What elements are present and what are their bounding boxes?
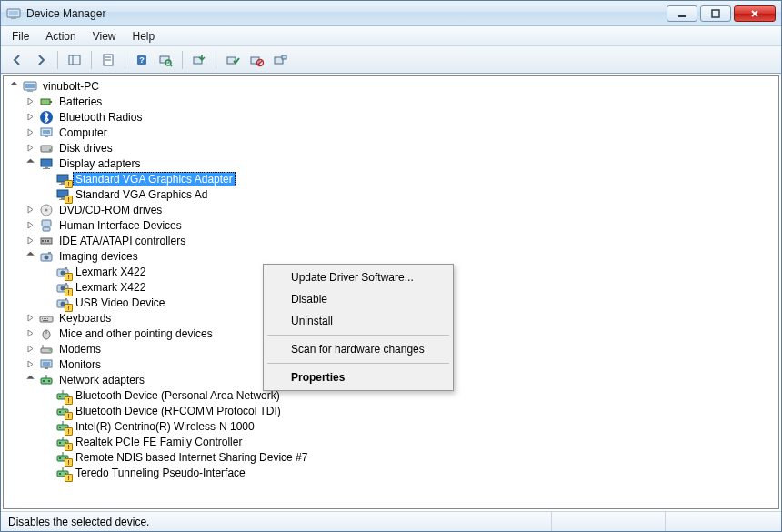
svg-rect-24	[27, 90, 33, 92]
tree-node[interactable]: Batteries	[5, 94, 778, 109]
tree-node[interactable]: Disk drives	[5, 140, 778, 156]
tree-node[interactable]: Computer	[5, 125, 778, 140]
collapse-icon[interactable]	[24, 250, 36, 263]
uninstall-button[interactable]	[269, 49, 291, 71]
expand-icon[interactable]	[24, 126, 36, 139]
svg-rect-25	[41, 99, 50, 105]
menu-help[interactable]: Help	[125, 28, 163, 45]
tree-node[interactable]: Bluetooth Radios	[5, 109, 778, 125]
forward-button[interactable]	[30, 49, 52, 71]
expander-spacer	[40, 296, 53, 309]
svg-rect-82	[59, 411, 61, 413]
minimize-button[interactable]	[667, 5, 697, 22]
svg-rect-21	[282, 55, 286, 59]
collapse-icon[interactable]	[24, 374, 36, 386]
tree-node[interactable]: !Bluetooth Device (RFCOMM Protocol TDI)	[5, 403, 778, 418]
menu-view[interactable]: View	[85, 28, 124, 45]
svg-text:?: ?	[139, 55, 145, 65]
svg-rect-29	[43, 130, 50, 134]
svg-rect-79	[59, 396, 61, 397]
expand-icon[interactable]	[24, 358, 36, 371]
hid-icon	[38, 218, 55, 233]
svg-rect-1	[9, 11, 18, 15]
context-menu-item[interactable]: Disable	[266, 288, 451, 310]
svg-rect-52	[48, 252, 51, 254]
svg-rect-55	[65, 267, 67, 269]
expand-icon[interactable]	[24, 312, 36, 325]
back-button[interactable]	[6, 49, 28, 71]
tree-node[interactable]: !Standard VGA Graphics Adapter	[5, 171, 778, 186]
expand-icon[interactable]	[24, 204, 36, 216]
menu-separator	[267, 335, 449, 336]
context-menu-item[interactable]: Update Driver Software...	[266, 266, 451, 288]
tree-node-label: Modems	[56, 343, 104, 356]
context-menu-item[interactable]: Scan for hardware changes	[266, 338, 451, 360]
ide-icon	[38, 234, 55, 248]
network-icon: !	[55, 388, 71, 403]
network-icon: !	[55, 404, 71, 418]
svg-rect-5	[69, 55, 80, 65]
tree-node[interactable]: Human Interface Devices	[5, 217, 778, 233]
tree-node[interactable]: IDE ATA/ATAPI controllers	[5, 233, 778, 248]
maximize-button[interactable]	[700, 5, 731, 22]
display-icon: !	[55, 172, 71, 186]
device-tree[interactable]: vinubolt-PCBatteriesBluetooth RadiosComp…	[3, 75, 779, 509]
help-button[interactable]: ?	[131, 49, 153, 71]
close-button[interactable]	[734, 5, 776, 22]
tree-node[interactable]: vinubolt-PC	[5, 78, 778, 94]
tree-node-label: vinubolt-PC	[40, 80, 102, 93]
context-menu-item[interactable]: Uninstall	[266, 310, 451, 332]
expander-spacer	[40, 405, 53, 417]
enable-button[interactable]	[222, 49, 244, 71]
svg-rect-61	[65, 298, 67, 300]
disable-button[interactable]	[246, 49, 267, 71]
tree-node-label: IDE ATA/ATAPI controllers	[56, 235, 188, 247]
expand-icon[interactable]	[24, 219, 36, 232]
menu-file[interactable]: File	[5, 28, 36, 45]
update-driver-button[interactable]	[188, 49, 210, 71]
computer-root-icon	[22, 79, 38, 94]
svg-rect-91	[59, 457, 61, 459]
properties-button[interactable]	[97, 49, 119, 71]
expand-icon[interactable]	[24, 235, 36, 247]
imaging-icon	[38, 249, 55, 264]
svg-rect-48	[45, 240, 46, 242]
tree-node[interactable]: !Intel(R) Centrino(R) Wireless-N 1000	[5, 418, 778, 434]
expand-icon[interactable]	[24, 343, 36, 356]
expand-icon[interactable]	[24, 111, 36, 124]
tree-node[interactable]: !Teredo Tunneling Pseudo-Interface	[5, 465, 778, 480]
expand-icon[interactable]	[24, 327, 36, 340]
svg-rect-45	[43, 227, 50, 231]
tree-node[interactable]: !Standard VGA Graphics Ad	[5, 186, 778, 202]
titlebar[interactable]: Device Manager	[1, 1, 781, 26]
tree-node-label: Teredo Tunneling Pseudo-Interface	[73, 467, 248, 479]
svg-rect-33	[41, 159, 52, 166]
tree-node[interactable]: Display adapters	[5, 156, 778, 171]
menu-action[interactable]: Action	[38, 28, 83, 45]
tree-node-label: Lexmark X422	[73, 281, 148, 294]
expander-spacer	[40, 281, 53, 294]
mouse-icon	[38, 326, 55, 341]
expander-spacer	[40, 436, 53, 448]
tree-node[interactable]: Imaging devices	[5, 248, 778, 264]
keyboard-icon	[38, 311, 55, 326]
scan-hardware-button[interactable]	[155, 49, 176, 71]
disk-icon	[38, 141, 55, 156]
bluetooth-icon	[38, 110, 55, 125]
expand-icon[interactable]	[24, 95, 36, 108]
tree-node[interactable]: !Remote NDIS based Internet Sharing Devi…	[5, 449, 778, 465]
tree-node-label: Realtek PCIe FE Family Controller	[73, 436, 245, 448]
tree-node-label: Network adapters	[56, 374, 147, 386]
svg-rect-75	[41, 378, 52, 384]
monitor-icon	[38, 357, 55, 372]
tree-node-label: Standard VGA Graphics Adapter	[73, 172, 236, 186]
show-hide-tree-button[interactable]	[64, 49, 85, 71]
collapse-icon[interactable]	[24, 157, 36, 170]
context-menu-item[interactable]: Properties	[266, 366, 451, 388]
expand-icon[interactable]	[24, 142, 36, 155]
tree-node-label: Remote NDIS based Internet Sharing Devic…	[73, 451, 310, 464]
tree-node[interactable]: DVD/CD-ROM drives	[5, 202, 778, 217]
collapse-icon[interactable]	[7, 80, 20, 93]
tree-node[interactable]: !Realtek PCIe FE Family Controller	[5, 434, 778, 449]
svg-rect-65	[45, 318, 46, 319]
